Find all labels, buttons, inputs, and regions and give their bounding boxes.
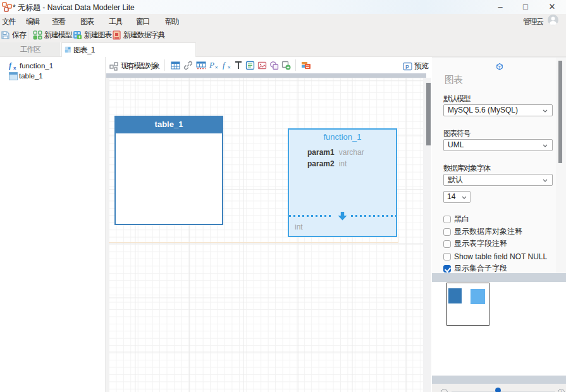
svg-text:P: P <box>209 60 214 70</box>
svg-text:✕: ✕ <box>228 65 231 70</box>
svg-text:f: f <box>9 61 12 70</box>
svg-text:x: x <box>13 65 16 70</box>
svg-text:P: P <box>405 63 409 70</box>
svg-text:✕: ✕ <box>215 65 218 70</box>
svg-text:f: f <box>223 60 226 70</box>
